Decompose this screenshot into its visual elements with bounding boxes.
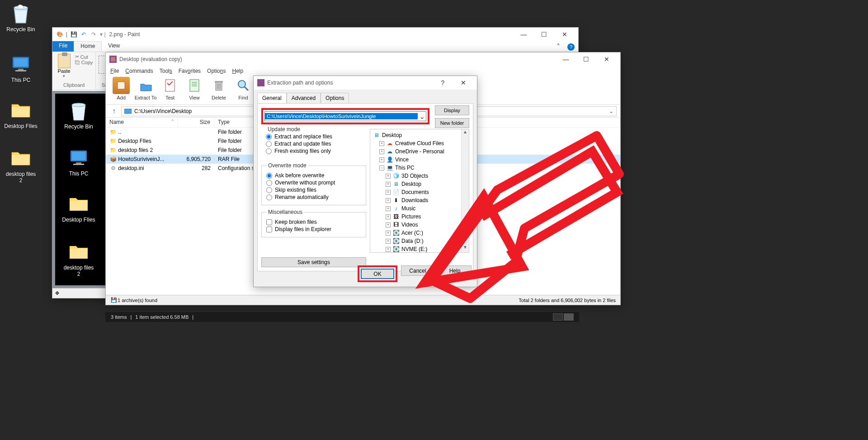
maximize-button[interactable]: ☐ — [534, 28, 554, 41]
save-settings-button[interactable]: Save settings — [261, 257, 366, 267]
svg-line-24 — [245, 87, 248, 90]
tree-docs[interactable]: +📄Documents — [386, 188, 467, 196]
tree-nvme[interactable]: +💽NVME (E:) — [386, 245, 467, 253]
undo-icon[interactable]: ↶ — [80, 31, 87, 38]
extract-titlebar[interactable]: Extraction path and options ? ✕ — [254, 76, 477, 90]
help-button[interactable]: ? — [433, 76, 453, 89]
drive-icon — [124, 108, 132, 115]
menu-help[interactable]: Help — [232, 68, 243, 74]
opt-ask-overwrite[interactable]: Ask before overwrite — [266, 172, 361, 179]
tree-acer[interactable]: +💽Acer (C:) — [386, 229, 467, 237]
tree-music[interactable]: +♪Music — [386, 204, 467, 213]
destination-path-input[interactable]: C:\Users\Vince\Desktop\HowtoSuriviveinJu… — [264, 111, 426, 121]
copy-icon: ⿻ — [75, 60, 80, 65]
winrar-statusbar: 💾 1 archive(s) found Total 2 folders and… — [106, 295, 620, 305]
new-folder-button[interactable]: New folder — [435, 118, 469, 128]
menu-commands[interactable]: Commands — [125, 68, 153, 74]
folder-tree[interactable]: ▲▼ 🖥Desktop +☁Creative Cloud Files +☁One… — [370, 129, 469, 253]
up-button[interactable]: ↑ — [109, 107, 118, 115]
view-large-button[interactable] — [564, 313, 574, 321]
winrar-menu: File Commands Tools Favorites Options He… — [106, 66, 620, 76]
tree-3d[interactable]: +🧊3D Objects — [386, 172, 467, 180]
desktop-icon-desktop-files-2[interactable]: desktop files 2 — [4, 147, 38, 184]
pc-icon — [10, 53, 32, 75]
paint-title: 2.png - Paint — [109, 31, 140, 38]
redo-icon[interactable]: ↷ — [90, 31, 97, 38]
tree-desktop[interactable]: 🖥Desktop — [373, 131, 467, 139]
tab-general[interactable]: General — [257, 93, 287, 104]
misc-legend: Miscellaneous — [266, 209, 304, 215]
tree-thispc[interactable]: −💻This PC — [379, 164, 467, 172]
tab-view[interactable]: View — [102, 41, 126, 52]
svg-rect-25 — [124, 109, 132, 114]
svg-point-5 — [72, 103, 85, 107]
col-name[interactable]: Name ˄ — [106, 118, 178, 127]
display-button[interactable]: Display — [435, 105, 469, 115]
tool-extract-to[interactable]: Extract To — [134, 77, 157, 104]
tree-ccf[interactable]: +☁Creative Cloud Files — [379, 139, 467, 147]
opt-rename-auto[interactable]: Rename automatically — [266, 194, 361, 200]
cut-button[interactable]: ✂Cut — [75, 54, 93, 60]
menu-file[interactable]: File — [110, 68, 119, 74]
tree-vince[interactable]: +👤Vince — [379, 156, 467, 164]
view-details-button[interactable] — [553, 313, 563, 321]
recycle-bin-icon — [10, 3, 32, 24]
tree-pics[interactable]: +🖼Pictures — [386, 213, 467, 221]
opt-fresh-only[interactable]: Fresh existing files only — [266, 148, 362, 154]
opt-overwrite-no-prompt[interactable]: Overwrite without prompt — [266, 180, 361, 186]
menu-options[interactable]: Options — [207, 68, 226, 74]
extract-dialog: Extraction path and options ? ✕ General … — [253, 76, 477, 287]
tree-down[interactable]: +⬇Downloads — [386, 196, 467, 204]
ok-button[interactable]: OK — [361, 269, 394, 279]
menu-favorites[interactable]: Favorites — [179, 68, 201, 74]
tool-test[interactable]: Test — [158, 77, 182, 104]
opt-extract-update[interactable]: Extract and update files — [266, 141, 362, 147]
winrar-titlebar[interactable]: Desktop (evaluation copy) — ☐ ✕ — [106, 52, 620, 66]
chevron-down-icon[interactable]: ⌄ — [609, 108, 613, 114]
save-icon[interactable]: 💾 — [70, 31, 77, 38]
tab-file[interactable]: File — [52, 41, 74, 52]
maximize-button[interactable]: ☐ — [576, 53, 596, 66]
desktop-icon-recycle-bin[interactable]: Recycle Bin — [4, 3, 38, 33]
svg-rect-2 — [14, 58, 28, 66]
destination-path-highlight: C:\Users\Vince\Desktop\HowtoSuriviveinJu… — [261, 108, 429, 124]
cancel-button[interactable]: Cancel — [401, 265, 434, 276]
tree-desk[interactable]: +🖥Desktop — [386, 180, 467, 188]
opt-skip-existing[interactable]: Skip existing files — [266, 187, 361, 193]
close-button[interactable]: ✕ — [554, 28, 575, 41]
tree-scrollbar[interactable]: ▲▼ — [461, 129, 469, 252]
tab-advanced[interactable]: Advanced — [287, 93, 321, 104]
minimize-button[interactable]: — — [556, 53, 576, 66]
opt-display-explorer[interactable]: Display files in Explorer — [266, 226, 361, 232]
paste-button[interactable]: Paste▾ — [55, 54, 73, 78]
opt-extract-replace[interactable]: Extract and replace files — [266, 133, 362, 140]
help-button[interactable]: Help — [438, 265, 472, 276]
copy-button[interactable]: ⿻Copy — [75, 60, 93, 65]
close-button[interactable]: ✕ — [596, 53, 617, 66]
tree-onedrive[interactable]: +☁OneDrive - Personal — [379, 147, 467, 156]
close-button[interactable]: ✕ — [453, 76, 473, 89]
move-icon: ✥ — [55, 290, 59, 296]
tool-find[interactable]: Find — [231, 77, 255, 104]
folder-icon — [10, 147, 32, 169]
tab-home[interactable]: Home — [74, 41, 102, 52]
help-icon[interactable]: ? — [564, 41, 578, 52]
chevron-down-icon[interactable]: ⌄ — [418, 112, 426, 121]
tree-vids[interactable]: +🎞Videos — [386, 221, 467, 229]
minimize-button[interactable]: — — [514, 28, 534, 41]
tool-delete[interactable]: Delete — [207, 77, 231, 104]
desktop-icon-desktop-files[interactable]: Desktop FIles — [4, 99, 38, 129]
tool-view[interactable]: View — [183, 77, 206, 104]
tool-add[interactable]: Add — [109, 77, 133, 104]
svg-rect-9 — [73, 164, 84, 165]
menu-tools[interactable]: Tools — [160, 68, 172, 74]
opt-keep-broken[interactable]: Keep broken files — [266, 219, 361, 225]
desktop-icon-this-pc[interactable]: This PC — [4, 53, 38, 83]
svg-rect-4 — [15, 70, 26, 71]
paint-titlebar[interactable]: 🎨 | 💾 ↶ ↷ ▾ | 2.png - Paint — ☐ ✕ — [52, 28, 578, 41]
col-size[interactable]: Size — [178, 118, 214, 127]
tree-data[interactable]: +💽Data (D:) — [386, 237, 467, 245]
ribbon-collapse-icon[interactable]: ˄ — [553, 41, 564, 52]
update-mode-legend: Update mode — [266, 126, 302, 132]
tab-options[interactable]: Options — [321, 93, 349, 104]
